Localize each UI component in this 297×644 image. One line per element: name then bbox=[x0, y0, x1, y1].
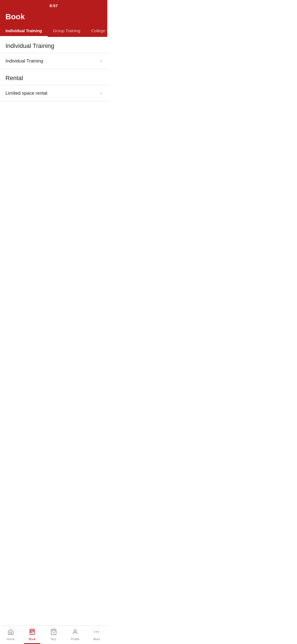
list-item-rental-label: Limited space rental bbox=[6, 91, 47, 96]
status-time: 8:57 bbox=[50, 3, 58, 8]
section-heading-rental: Rental bbox=[0, 69, 107, 85]
chevron-right-icon-2: › bbox=[100, 90, 102, 96]
tab-individual-training[interactable]: Individual Training bbox=[0, 26, 48, 37]
chevron-right-icon: › bbox=[100, 58, 102, 64]
tab-group-training[interactable]: Group Training bbox=[48, 26, 86, 37]
list-item-limited-space-rental[interactable]: Limited space rental › bbox=[0, 85, 107, 101]
main-content: Individual Training Individual Training … bbox=[0, 37, 107, 101]
list-item-individual-training[interactable]: Individual Training › bbox=[0, 53, 107, 69]
section-heading-individual: Individual Training bbox=[0, 37, 107, 53]
tab-college-training[interactable]: College Tr... bbox=[86, 26, 107, 37]
header: Book bbox=[0, 10, 107, 26]
section-individual-training: Individual Training Individual Training … bbox=[0, 37, 107, 69]
list-item-individual-label: Individual Training bbox=[6, 58, 43, 64]
section-rental: Rental Limited space rental › bbox=[0, 69, 107, 101]
page-title: Book bbox=[6, 12, 102, 21]
top-tab-bar: Individual Training Group Training Colle… bbox=[0, 26, 107, 37]
status-bar: 8:57 bbox=[0, 0, 107, 10]
